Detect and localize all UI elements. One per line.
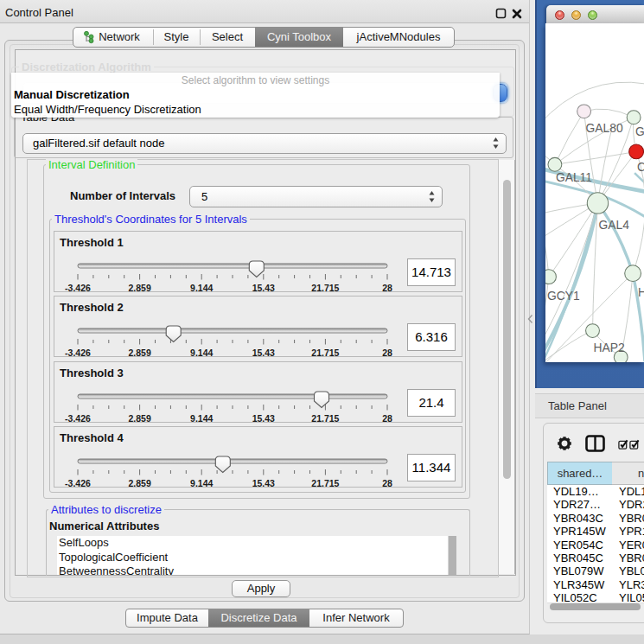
svg-text:9.144: 9.144 bbox=[190, 478, 213, 488]
svg-text:28: 28 bbox=[382, 283, 392, 292]
svg-text:G.: G. bbox=[635, 124, 644, 138]
svg-text:9.144: 9.144 bbox=[190, 283, 213, 292]
svg-text:2.859: 2.859 bbox=[128, 283, 150, 292]
svg-text:15.43: 15.43 bbox=[252, 283, 275, 292]
svg-text:28: 28 bbox=[382, 478, 392, 488]
svg-text:21.715: 21.715 bbox=[311, 413, 339, 423]
svg-text:28: 28 bbox=[382, 348, 392, 357]
svg-text:H: H bbox=[638, 285, 644, 299]
svg-text:15.43: 15.43 bbox=[252, 348, 275, 357]
svg-text:15.43: 15.43 bbox=[252, 478, 275, 488]
svg-text:C: C bbox=[637, 160, 644, 174]
svg-text:21.715: 21.715 bbox=[311, 348, 339, 357]
svg-text:GAL4: GAL4 bbox=[598, 218, 629, 232]
svg-text:2.859: 2.859 bbox=[128, 348, 150, 357]
svg-text:HAP2: HAP2 bbox=[594, 341, 625, 354]
svg-text:9.144: 9.144 bbox=[190, 413, 213, 423]
svg-text:15.43: 15.43 bbox=[252, 413, 275, 423]
svg-text:-3.426: -3.426 bbox=[65, 348, 91, 357]
svg-text:-3.426: -3.426 bbox=[65, 283, 91, 292]
svg-text:21.715: 21.715 bbox=[311, 283, 339, 292]
svg-text:2.859: 2.859 bbox=[128, 413, 150, 423]
svg-text:GCY1: GCY1 bbox=[547, 289, 580, 303]
svg-text:21.715: 21.715 bbox=[311, 478, 339, 488]
svg-text:-3.426: -3.426 bbox=[65, 478, 91, 488]
svg-text:-3.426: -3.426 bbox=[65, 413, 91, 423]
svg-text:2.859: 2.859 bbox=[128, 478, 150, 488]
svg-text:28: 28 bbox=[382, 413, 392, 423]
svg-text:GAL11: GAL11 bbox=[556, 170, 592, 184]
svg-text:GAL80: GAL80 bbox=[586, 121, 623, 135]
svg-text:9.144: 9.144 bbox=[190, 348, 213, 357]
